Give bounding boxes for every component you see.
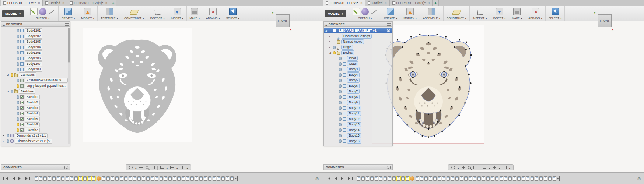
- view-cube-face-label[interactable]: FRONT: [278, 19, 287, 22]
- timeline-feature-icon[interactable]: [469, 176, 472, 181]
- assemble-icon[interactable]: [428, 8, 435, 15]
- visibility-bulb-icon[interactable]: [17, 84, 19, 88]
- visibility-bulb-icon[interactable]: [339, 95, 342, 99]
- chevron-down-icon[interactable]: [499, 164, 500, 171]
- insert-menu[interactable]: INSERT: [493, 17, 506, 20]
- expand-arrow-icon[interactable]: [7, 74, 10, 76]
- node-label[interactable]: Body15: [347, 133, 361, 138]
- create-sketch-icon[interactable]: [353, 8, 360, 15]
- spline-icon[interactable]: [48, 8, 55, 15]
- timeline-feature-icon[interactable]: [66, 176, 69, 181]
- timeline-feature-icon[interactable]: [129, 176, 132, 181]
- browser-tree-row[interactable]: Diamonds v2 v2 v1:1: [1, 133, 70, 138]
- node-label[interactable]: Sketch5: [25, 117, 40, 121]
- node-label[interactable]: Bodies: [341, 50, 354, 55]
- timeline-feature-icon[interactable]: [52, 176, 56, 181]
- assemble-icon[interactable]: [106, 8, 113, 15]
- modify-menu[interactable]: MODIFY: [81, 17, 94, 20]
- chevron-down-icon[interactable]: [176, 164, 178, 171]
- visibility-bulb-icon[interactable]: [11, 73, 13, 77]
- visibility-bulb-icon[interactable]: [339, 112, 342, 115]
- node-label[interactable]: angry-leopard-gepard-hea...: [25, 84, 67, 88]
- timeline-feature-icon[interactable]: [160, 176, 163, 181]
- create-form-icon[interactable]: [39, 8, 46, 15]
- timeline-feature-icon[interactable]: [375, 176, 378, 181]
- timeline-feature-icon[interactable]: [553, 176, 556, 181]
- node-label[interactable]: Body1206: [25, 56, 42, 61]
- insert-menu[interactable]: INSERT: [171, 17, 183, 20]
- node-label[interactable]: Sketch1: [25, 95, 40, 99]
- browser-tree-row[interactable]: Sketch3: [1, 105, 70, 111]
- comment-bubble-icon[interactable]: [64, 166, 68, 169]
- timeline-feature-icon[interactable]: [495, 176, 498, 181]
- visibility-bulb-icon[interactable]: [17, 29, 19, 32]
- node-label[interactable]: Body11: [347, 111, 361, 116]
- create-menu[interactable]: CREATE: [62, 17, 75, 20]
- select-cursor-icon[interactable]: [552, 8, 559, 15]
- timeline-feature-icon[interactable]: [111, 176, 114, 181]
- visibility-bulb-icon[interactable]: [339, 134, 342, 137]
- close-tab-icon[interactable]: ×: [428, 1, 430, 5]
- timeline-feature-icon[interactable]: [401, 176, 405, 181]
- browser-tree-row[interactable]: Canvases: [1, 72, 70, 78]
- expand-arrow-icon[interactable]: [329, 40, 332, 43]
- timeline-feature-icon[interactable]: [361, 176, 365, 181]
- timeline-feature-icon[interactable]: [235, 176, 238, 181]
- timeline-feature-icon[interactable]: [142, 176, 145, 181]
- browser-tree-row[interactable]: Body5: [324, 78, 392, 83]
- visibility-bulb-icon[interactable]: [339, 90, 342, 93]
- document-tab[interactable]: LEOPARD ...T v1(1)* ×: [390, 0, 433, 6]
- chevron-down-icon[interactable]: [489, 164, 490, 171]
- visibility-bulb-icon[interactable]: [17, 112, 19, 115]
- timeline-feature-icon[interactable]: [204, 176, 207, 181]
- timeline-feature-icon[interactable]: [357, 176, 360, 181]
- timeline-feature-icon[interactable]: [48, 176, 51, 181]
- press-pull-icon[interactable]: [406, 8, 414, 15]
- timeline-feature-icon[interactable]: [410, 176, 414, 181]
- node-label[interactable]: Body3: [347, 67, 360, 72]
- browser-tree-row[interactable]: Body13: [324, 122, 392, 127]
- step-back-button[interactable]: [333, 176, 338, 181]
- timeline-feature-icon[interactable]: [106, 176, 110, 181]
- browser-tree-row[interactable]: LEOPARD BRACELET v1: [324, 28, 392, 33]
- timeline-feature-icon[interactable]: [548, 176, 552, 181]
- spline-icon[interactable]: [370, 8, 378, 15]
- skip-to-end-button[interactable]: [25, 176, 30, 181]
- browser-tree-row[interactable]: Body12: [324, 116, 392, 122]
- node-label[interactable]: Body5: [347, 78, 360, 83]
- visibility-bulb-icon[interactable]: [339, 106, 342, 110]
- timeline-feature-icon[interactable]: [388, 176, 391, 181]
- create-form-icon[interactable]: [361, 8, 369, 15]
- timeline-feature-icon[interactable]: [420, 176, 423, 181]
- timeline-feature-icon[interactable]: [473, 176, 476, 181]
- fit-view-icon[interactable]: [151, 166, 155, 169]
- display-settings-icon[interactable]: [483, 166, 486, 169]
- expand-arrow-icon[interactable]: [329, 46, 332, 49]
- node-label[interactable]: Body1205: [25, 50, 42, 55]
- modify-menu[interactable]: MODIFY: [403, 17, 417, 20]
- browser-tree-row[interactable]: Body11: [324, 111, 392, 116]
- node-label[interactable]: Sketch6: [25, 122, 40, 127]
- addins-icon[interactable]: [209, 8, 217, 15]
- browser-tree-row[interactable]: Bodies: [324, 50, 392, 56]
- timeline-feature-icon[interactable]: [186, 176, 189, 181]
- timeline-feature-icon[interactable]: [486, 176, 490, 181]
- leopard-head-model[interactable]: [87, 29, 187, 140]
- collapse-panel-icon[interactable]: [3, 21, 5, 28]
- measure-icon[interactable]: [477, 9, 483, 15]
- visibility-bulb-icon[interactable]: [17, 101, 19, 104]
- zoom-icon[interactable]: [468, 166, 471, 169]
- node-label[interactable]: Origin: [341, 45, 353, 50]
- timeline-feature-icon[interactable]: [97, 176, 101, 181]
- visibility-bulb-icon[interactable]: [339, 84, 342, 88]
- view-cube[interactable]: FRONT Y X: [276, 14, 290, 27]
- timeline-feature-icon[interactable]: [199, 176, 203, 181]
- timeline-feature-icon[interactable]: [177, 176, 181, 181]
- chevron-down-icon[interactable]: [167, 164, 168, 171]
- visibility-bulb-icon[interactable]: [339, 117, 342, 121]
- timeline-feature-icon[interactable]: [442, 176, 445, 181]
- display-settings-icon[interactable]: [160, 166, 164, 169]
- timeline-feature-icon[interactable]: [491, 176, 494, 181]
- node-label[interactable]: Canvases: [19, 72, 36, 77]
- create-menu[interactable]: CREATE: [384, 17, 397, 20]
